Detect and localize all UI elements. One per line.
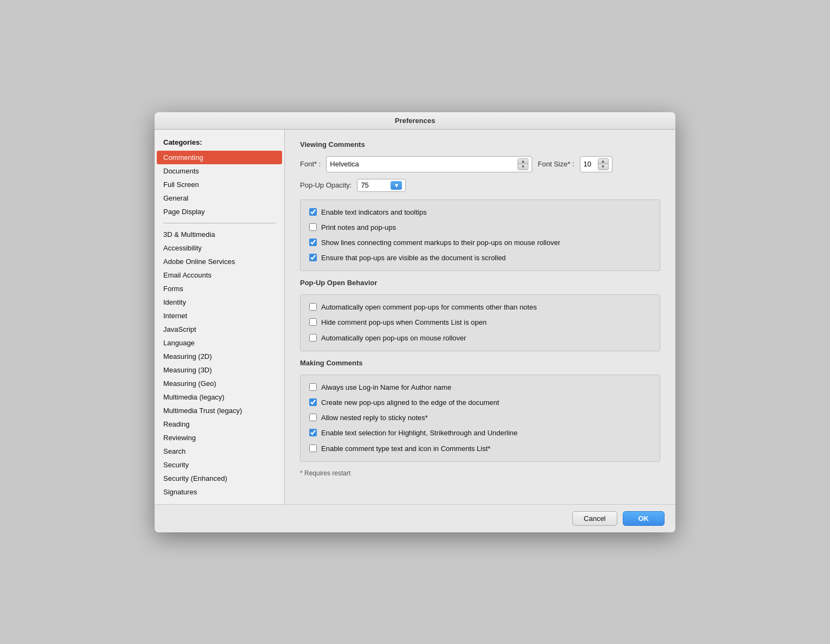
checkbox-label-always-use-login: Always use Log-in Name for Author name bbox=[321, 383, 451, 392]
checkbox-row-auto-open: Automatically open comment pop-ups for c… bbox=[309, 302, 651, 312]
sidebar: Categories: Commenting Documents Full Sc… bbox=[155, 130, 285, 504]
checkbox-label-enable-text-selection: Enable text selection for Highlight, Str… bbox=[321, 428, 518, 438]
font-row: Font* : Helvetica ▲ ▼ Font Size* : 10 ▲ … bbox=[300, 156, 660, 172]
font-size-value: 10 bbox=[584, 160, 591, 168]
preferences-window: Preferences Categories: Commenting Docum… bbox=[155, 112, 675, 532]
checkbox-enable-comment-type[interactable] bbox=[309, 445, 317, 452]
checkbox-allow-nested-reply[interactable] bbox=[309, 414, 317, 421]
sidebar-item-commenting[interactable]: Commenting bbox=[157, 151, 282, 164]
sidebar-item-javascript[interactable]: JavaScript bbox=[155, 323, 284, 336]
checkbox-enable-text-indicators[interactable] bbox=[309, 208, 317, 216]
sidebar-item-3d-multimedia[interactable]: 3D & Multimedia bbox=[155, 228, 284, 241]
checkbox-row-allow-nested-reply: Allow nested reply to sticky notes* bbox=[309, 413, 651, 423]
checkbox-auto-open-rollover[interactable] bbox=[309, 334, 317, 342]
checkbox-row-enable-text-selection: Enable text selection for Highlight, Str… bbox=[309, 428, 651, 438]
sidebar-item-page-display[interactable]: Page Display bbox=[155, 205, 284, 218]
checkbox-label-auto-open-rollover: Automatically open pop-ups on mouse roll… bbox=[321, 333, 466, 343]
sidebar-item-forms[interactable]: Forms bbox=[155, 282, 284, 295]
checkbox-row-show-lines: Show lines connecting comment markups to… bbox=[309, 238, 651, 248]
checkbox-print-notes[interactable] bbox=[309, 223, 317, 231]
sidebar-item-internet[interactable]: Internet bbox=[155, 309, 284, 323]
sidebar-item-reviewing[interactable]: Reviewing bbox=[155, 431, 284, 445]
titlebar: Preferences bbox=[155, 112, 675, 130]
ok-button[interactable]: OK bbox=[623, 511, 665, 526]
window-title: Preferences bbox=[395, 117, 435, 125]
popup-opacity-value: 75 bbox=[361, 181, 368, 189]
popup-open-behavior-title: Pop-Up Open Behavior bbox=[300, 279, 660, 287]
sidebar-item-general[interactable]: General bbox=[155, 191, 284, 205]
sidebar-item-email-accounts[interactable]: Email Accounts bbox=[155, 268, 284, 282]
checkbox-row-always-use-login: Always use Log-in Name for Author name bbox=[309, 383, 651, 392]
checkbox-auto-open[interactable] bbox=[309, 303, 317, 311]
checkbox-label-auto-open: Automatically open comment pop-ups for c… bbox=[321, 302, 537, 312]
popup-opacity-dropdown-btn[interactable]: ▼ bbox=[391, 181, 402, 190]
checkbox-row-create-popups-aligned: Create new pop-ups aligned to the edge o… bbox=[309, 398, 651, 408]
font-label: Font* : bbox=[300, 160, 321, 168]
sidebar-item-measuring-geo[interactable]: Measuring (Geo) bbox=[155, 377, 284, 390]
font-value: Helvetica bbox=[330, 160, 359, 168]
checkbox-label-hide-comment-popups: Hide comment pop-ups when Comments List … bbox=[321, 318, 487, 327]
sidebar-item-multimedia-trust-legacy[interactable]: Multimedia Trust (legacy) bbox=[155, 404, 284, 417]
sidebar-item-accessibility[interactable]: Accessibility bbox=[155, 241, 284, 255]
sidebar-item-full-screen[interactable]: Full Screen bbox=[155, 178, 284, 191]
making-comments-section: Always use Log-in Name for Author name C… bbox=[300, 375, 660, 462]
sidebar-item-language[interactable]: Language bbox=[155, 336, 284, 350]
footnote: * Requires restart bbox=[300, 469, 660, 477]
checkbox-label-show-lines: Show lines connecting comment markups to… bbox=[321, 238, 560, 248]
sidebar-item-reading[interactable]: Reading bbox=[155, 417, 284, 431]
sidebar-item-measuring-2d[interactable]: Measuring (2D) bbox=[155, 350, 284, 363]
checkbox-show-lines[interactable] bbox=[309, 239, 317, 246]
checkbox-row-print-notes: Print notes and pop-ups bbox=[309, 223, 651, 233]
checkbox-ensure-popups[interactable] bbox=[309, 254, 317, 261]
sidebar-item-adobe-online-services[interactable]: Adobe Online Services bbox=[155, 255, 284, 268]
cancel-button[interactable]: Cancel bbox=[572, 511, 617, 526]
checkbox-enable-text-selection[interactable] bbox=[309, 429, 317, 436]
bottom-bar: Cancel OK bbox=[155, 504, 675, 532]
font-spinner-up[interactable]: ▲ bbox=[518, 159, 528, 164]
sidebar-item-search[interactable]: Search bbox=[155, 445, 284, 458]
checkbox-create-popups-aligned[interactable] bbox=[309, 398, 317, 406]
checkbox-label-print-notes: Print notes and pop-ups bbox=[321, 223, 396, 233]
sidebar-item-multimedia-legacy[interactable]: Multimedia (legacy) bbox=[155, 390, 284, 404]
categories-label: Categories: bbox=[155, 135, 284, 151]
checkbox-row-enable-text-indicators: Enable text indicators and tooltips bbox=[309, 208, 651, 217]
sidebar-item-measuring-3d[interactable]: Measuring (3D) bbox=[155, 363, 284, 377]
sidebar-item-security[interactable]: Security bbox=[155, 458, 284, 472]
popup-opacity-dropdown[interactable]: 75 ▼ bbox=[357, 179, 406, 192]
font-size-spinner-up[interactable]: ▲ bbox=[598, 159, 608, 164]
checkbox-row-ensure-popups: Ensure that pop-ups are visible as the d… bbox=[309, 253, 651, 263]
sidebar-item-documents[interactable]: Documents bbox=[155, 164, 284, 178]
viewing-comments-title: Viewing Comments bbox=[300, 140, 660, 149]
sidebar-item-security-enhanced[interactable]: Security (Enhanced) bbox=[155, 472, 284, 485]
font-size-spinner-down[interactable]: ▼ bbox=[598, 164, 608, 170]
font-spinner-down[interactable]: ▼ bbox=[518, 164, 528, 170]
checkbox-label-allow-nested-reply: Allow nested reply to sticky notes* bbox=[321, 413, 428, 423]
popup-opacity-row: Pop-Up Opacity: 75 ▼ bbox=[300, 179, 660, 192]
checkbox-hide-comment-popups[interactable] bbox=[309, 318, 317, 326]
checkbox-label-ensure-popups: Ensure that pop-ups are visible as the d… bbox=[321, 253, 506, 263]
font-size-field[interactable]: 10 ▲ ▼ bbox=[580, 156, 612, 172]
checkbox-label-enable-text-indicators: Enable text indicators and tooltips bbox=[321, 208, 426, 217]
checkbox-row-hide-comment-popups: Hide comment pop-ups when Comments List … bbox=[309, 318, 651, 327]
font-spinner[interactable]: ▲ ▼ bbox=[518, 158, 528, 170]
checkbox-row-enable-comment-type: Enable comment type text and icon in Com… bbox=[309, 444, 651, 454]
checkbox-label-enable-comment-type: Enable comment type text and icon in Com… bbox=[321, 444, 490, 454]
font-size-label: Font Size* : bbox=[538, 160, 574, 168]
making-comments-title: Making Comments bbox=[300, 359, 660, 367]
popup-opacity-label: Pop-Up Opacity: bbox=[300, 181, 352, 189]
sidebar-item-identity[interactable]: Identity bbox=[155, 295, 284, 309]
checkbox-label-create-popups-aligned: Create new pop-ups aligned to the edge o… bbox=[321, 398, 499, 408]
sidebar-item-signatures[interactable]: Signatures bbox=[155, 485, 284, 499]
popup-behavior-section: Automatically open comment pop-ups for c… bbox=[300, 294, 660, 351]
viewing-checkboxes-section: Enable text indicators and tooltips Prin… bbox=[300, 199, 660, 272]
content-panel: Viewing Comments Font* : Helvetica ▲ ▼ F… bbox=[285, 130, 675, 504]
font-dropdown[interactable]: Helvetica ▲ ▼ bbox=[326, 156, 532, 172]
checkbox-always-use-login[interactable] bbox=[309, 383, 317, 391]
checkbox-row-auto-open-rollover: Automatically open pop-ups on mouse roll… bbox=[309, 333, 651, 343]
font-size-spinner[interactable]: ▲ ▼ bbox=[598, 158, 609, 170]
sidebar-divider bbox=[163, 223, 276, 223]
